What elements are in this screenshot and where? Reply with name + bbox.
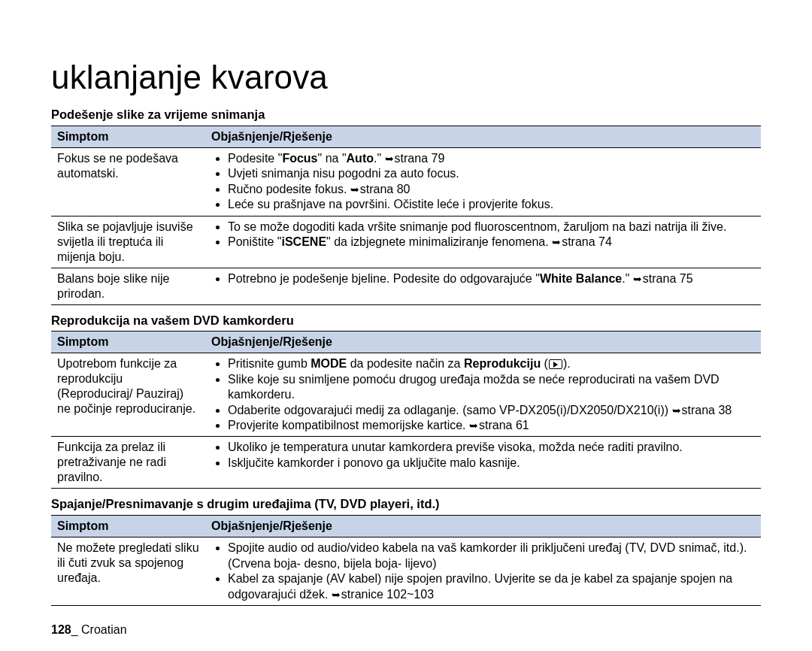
list-item: Podesite "Focus" na "Auto." strana 79 [228, 151, 755, 166]
language-label: Croatian [81, 623, 126, 636]
table-row: Upotrebom funkcije za reprodukciju (Repr… [51, 353, 761, 437]
table-connecting: Simptom Objašnjenje/Rješenje Ne možete p… [51, 515, 761, 606]
play-icon [549, 359, 562, 369]
header-explanation: Objašnjenje/Rješenje [205, 126, 761, 147]
explanation-cell: To se može dogoditi kada vršite snimanje… [205, 216, 761, 268]
list-item: Slike koje su snimljene pomoću drugog ur… [228, 372, 755, 403]
symptom-cell: Funkcija za prelaz ili pretraživanje ne … [51, 437, 205, 489]
list-item: Poništite "iSCENE" da izbjegnete minimal… [228, 235, 755, 250]
header-symptom: Simptom [51, 332, 205, 353]
list-item: Isključite kamkorder i ponovo ga uključi… [228, 456, 755, 471]
table-row: Slika se pojavljuje isuviše svijetla ili… [51, 216, 761, 268]
table-row: Funkcija za prelaz ili pretraživanje ne … [51, 437, 761, 489]
table-image-adjust: Simptom Objašnjenje/Rješenje Fokus se ne… [51, 126, 761, 305]
footer-separator: _ [71, 623, 81, 636]
section-heading-2: Reprodukcija na vašem DVD kamkorderu [51, 313, 761, 329]
explanation-cell: Potrebno je podešenje bjeline. Podesite … [205, 268, 761, 304]
page-footer: 128_ Croatian [51, 622, 127, 637]
arrow-icon [633, 272, 643, 285]
explanation-cell: Ukoliko je temperatura unutar kamkordera… [205, 437, 761, 489]
symptom-cell: Ne možete pregledati sliku ili čuti zvuk… [51, 537, 205, 606]
arrow-icon [469, 419, 479, 431]
table-row: Ne možete pregledati sliku ili čuti zvuk… [51, 537, 761, 606]
list-item: Leće su prašnjave na površini. Očistite … [228, 197, 755, 212]
symptom-cell: Fokus se ne podešava automatski. [51, 147, 205, 216]
symptom-cell: Slika se pojavljuje isuviše svijetla ili… [51, 216, 205, 268]
list-item: To se može dogoditi kada vršite snimanje… [228, 220, 755, 235]
header-explanation: Objašnjenje/Rješenje [205, 516, 761, 537]
table-header-row: Simptom Objašnjenje/Rješenje [51, 516, 761, 537]
arrow-icon [350, 183, 360, 195]
section-heading-3: Spajanje/Presnimavanje s drugim uređajim… [51, 496, 761, 512]
header-symptom: Simptom [51, 126, 205, 147]
page-number: 128 [51, 623, 71, 636]
symptom-cell: Balans boje slike nije prirodan. [51, 268, 205, 304]
header-symptom: Simptom [51, 516, 205, 537]
list-item: Uvjeti snimanja nisu pogodni za auto foc… [228, 166, 755, 181]
arrow-icon [672, 404, 682, 416]
table-playback: Simptom Objašnjenje/Rješenje Upotrebom f… [51, 331, 761, 489]
list-item: Provjerite kompatibilnost memorijske kar… [228, 418, 755, 433]
list-item: Odaberite odgovarajući medij za odlaganj… [228, 403, 755, 418]
header-explanation: Objašnjenje/Rješenje [205, 332, 761, 353]
list-item: Pritisnite gumb MODE da podesite način z… [228, 356, 755, 371]
arrow-icon [385, 152, 395, 165]
symptom-cell: Upotrebom funkcije za reprodukciju (Repr… [51, 353, 205, 437]
table-header-row: Simptom Objašnjenje/Rješenje [51, 332, 761, 353]
arrow-icon [552, 235, 562, 248]
list-item: Spojite audio od audio/video kabela na v… [228, 540, 755, 571]
list-item: Ručno podesite fokus. strana 80 [228, 182, 755, 197]
table-header-row: Simptom Objašnjenje/Rješenje [51, 126, 761, 147]
list-item: Kabel za spajanje (AV kabel) nije spojen… [228, 571, 755, 602]
list-item: Ukoliko je temperatura unutar kamkordera… [228, 440, 755, 455]
explanation-cell: Pritisnite gumb MODE da podesite način z… [205, 353, 761, 437]
table-row: Fokus se ne podešava automatski. Podesit… [51, 147, 761, 216]
table-row: Balans boje slike nije prirodan. Potrebn… [51, 268, 761, 304]
explanation-cell: Podesite "Focus" na "Auto." strana 79 Uv… [205, 147, 761, 216]
page: uklanjanje kvarova Podešenje slike za vr… [0, 0, 812, 651]
section-heading-1: Podešenje slike za vrijeme snimanja [51, 107, 761, 123]
page-title: uklanjanje kvarova [51, 56, 761, 98]
arrow-icon [332, 588, 341, 601]
list-item: Potrebno je podešenje bjeline. Podesite … [228, 271, 755, 286]
explanation-cell: Spojite audio od audio/video kabela na v… [205, 537, 761, 606]
